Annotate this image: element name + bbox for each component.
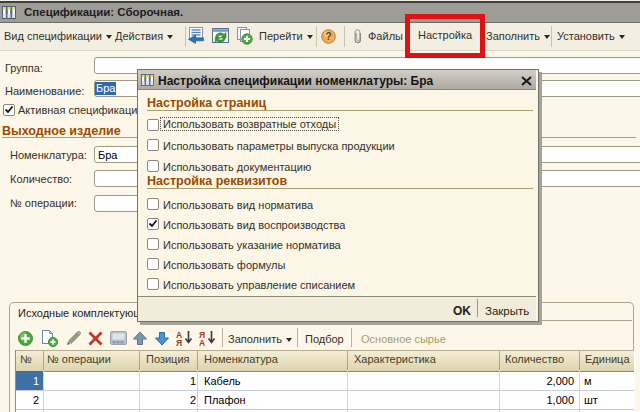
svg-text:?: ?: [325, 31, 331, 42]
svg-text:А: А: [199, 338, 205, 347]
svg-text:Я: Я: [176, 338, 182, 347]
